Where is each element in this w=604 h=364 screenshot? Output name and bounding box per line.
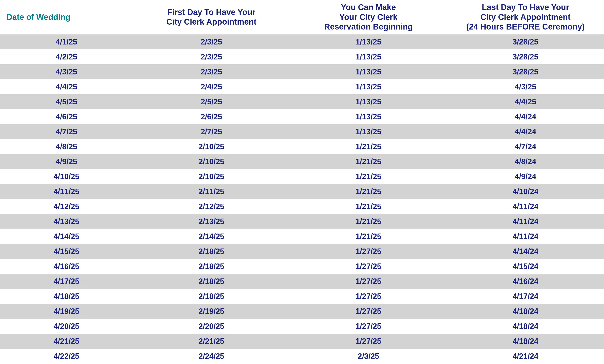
cell-row19-col0: 4/20/25 — [0, 319, 133, 334]
cell-row4-col3: 4/4/25 — [447, 94, 604, 109]
cell-row20-col0: 4/21/25 — [0, 334, 133, 349]
table-row: 4/16/252/18/251/27/254/15/24 — [0, 259, 604, 274]
cell-row4-col1: 2/5/25 — [133, 94, 290, 109]
cell-row15-col0: 4/16/25 — [0, 259, 133, 274]
header-wedding-date: Date of Wedding — [0, 0, 133, 35]
cell-row19-col3: 4/18/24 — [447, 319, 604, 334]
cell-row17-col3: 4/17/24 — [447, 289, 604, 304]
cell-row1-col3: 3/28/25 — [447, 49, 604, 64]
cell-row19-col2: 1/27/25 — [290, 319, 447, 334]
cell-row19-col1: 2/20/25 — [133, 319, 290, 334]
table-row: 4/4/252/4/251/13/254/3/25 — [0, 79, 604, 94]
cell-row13-col0: 4/14/25 — [0, 229, 133, 244]
cell-row21-col2: 2/3/25 — [290, 349, 447, 364]
cell-row15-col2: 1/27/25 — [290, 259, 447, 274]
cell-row4-col2: 1/13/25 — [290, 94, 447, 109]
cell-row20-col3: 4/18/24 — [447, 334, 604, 349]
cell-row13-col1: 2/14/25 — [133, 229, 290, 244]
cell-row8-col0: 4/9/25 — [0, 154, 133, 169]
table-row: 4/14/252/14/251/21/254/11/24 — [0, 229, 604, 244]
cell-row0-col1: 2/3/25 — [133, 35, 290, 49]
table-row: 4/20/252/20/251/27/254/18/24 — [0, 319, 604, 334]
cell-row13-col2: 1/21/25 — [290, 229, 447, 244]
table-body: 4/1/252/3/251/13/253/28/254/2/252/3/251/… — [0, 35, 604, 364]
cell-row10-col2: 1/21/25 — [290, 184, 447, 199]
cell-row16-col2: 1/27/25 — [290, 274, 447, 289]
header-last-day: Last Day To Have Your City Clerk Appoint… — [447, 0, 604, 35]
cell-row14-col0: 4/15/25 — [0, 244, 133, 259]
cell-row21-col1: 2/24/25 — [133, 349, 290, 364]
cell-row16-col3: 4/16/24 — [447, 274, 604, 289]
cell-row13-col3: 4/11/24 — [447, 229, 604, 244]
table-row: 4/10/252/10/251/21/254/9/24 — [0, 169, 604, 184]
cell-row11-col3: 4/11/24 — [447, 199, 604, 214]
cell-row8-col3: 4/8/24 — [447, 154, 604, 169]
cell-row4-col0: 4/5/25 — [0, 94, 133, 109]
cell-row10-col3: 4/10/24 — [447, 184, 604, 199]
cell-row7-col3: 4/7/24 — [447, 139, 604, 154]
header-first-day: First Day To Have Your City Clerk Appoin… — [133, 0, 290, 35]
cell-row12-col0: 4/13/25 — [0, 214, 133, 229]
cell-row18-col2: 1/27/25 — [290, 304, 447, 319]
header-reservation: You Can Make Your City Clerk Reservation… — [290, 0, 447, 35]
table-row: 4/7/252/7/251/13/254/4/24 — [0, 124, 604, 139]
cell-row9-col0: 4/10/25 — [0, 169, 133, 184]
cell-row12-col1: 2/13/25 — [133, 214, 290, 229]
cell-row17-col0: 4/18/25 — [0, 289, 133, 304]
cell-row0-col2: 1/13/25 — [290, 35, 447, 49]
cell-row10-col0: 4/11/25 — [0, 184, 133, 199]
cell-row3-col0: 4/4/25 — [0, 79, 133, 94]
table-row: 4/15/252/18/251/27/254/14/24 — [0, 244, 604, 259]
cell-row12-col3: 4/11/24 — [447, 214, 604, 229]
cell-row12-col2: 1/21/25 — [290, 214, 447, 229]
cell-row6-col3: 4/4/24 — [447, 124, 604, 139]
cell-row16-col1: 2/18/25 — [133, 274, 290, 289]
cell-row0-col3: 3/28/25 — [447, 35, 604, 49]
cell-row2-col0: 4/3/25 — [0, 64, 133, 79]
cell-row9-col2: 1/21/25 — [290, 169, 447, 184]
cell-row6-col0: 4/7/25 — [0, 124, 133, 139]
table-row: 4/21/252/21/251/27/254/18/24 — [0, 334, 604, 349]
cell-row5-col2: 1/13/25 — [290, 109, 447, 124]
table-row: 4/8/252/10/251/21/254/7/24 — [0, 139, 604, 154]
cell-row2-col2: 1/13/25 — [290, 64, 447, 79]
cell-row5-col3: 4/4/24 — [447, 109, 604, 124]
table-row: 4/2/252/3/251/13/253/28/25 — [0, 49, 604, 64]
cell-row16-col0: 4/17/25 — [0, 274, 133, 289]
cell-row20-col2: 1/27/25 — [290, 334, 447, 349]
cell-row17-col2: 1/27/25 — [290, 289, 447, 304]
table-row: 4/3/252/3/251/13/253/28/25 — [0, 64, 604, 79]
schedule-table-wrapper: Date of Wedding First Day To Have Your C… — [0, 0, 604, 364]
cell-row14-col2: 1/27/25 — [290, 244, 447, 259]
cell-row11-col0: 4/12/25 — [0, 199, 133, 214]
table-row: 4/19/252/19/251/27/254/18/24 — [0, 304, 604, 319]
cell-row2-col3: 3/28/25 — [447, 64, 604, 79]
table-row: 4/12/252/12/251/21/254/11/24 — [0, 199, 604, 214]
cell-row17-col1: 2/18/25 — [133, 289, 290, 304]
cell-row8-col1: 2/10/25 — [133, 154, 290, 169]
table-row: 4/11/252/11/251/21/254/10/24 — [0, 184, 604, 199]
cell-row20-col1: 2/21/25 — [133, 334, 290, 349]
cell-row21-col3: 4/21/24 — [447, 349, 604, 364]
cell-row18-col0: 4/19/25 — [0, 304, 133, 319]
cell-row1-col2: 1/13/25 — [290, 49, 447, 64]
cell-row9-col3: 4/9/24 — [447, 169, 604, 184]
cell-row5-col0: 4/6/25 — [0, 109, 133, 124]
cell-row15-col3: 4/15/24 — [447, 259, 604, 274]
cell-row2-col1: 2/3/25 — [133, 64, 290, 79]
cell-row14-col3: 4/14/24 — [447, 244, 604, 259]
cell-row7-col0: 4/8/25 — [0, 139, 133, 154]
table-row: 4/5/252/5/251/13/254/4/25 — [0, 94, 604, 109]
cell-row3-col1: 2/4/25 — [133, 79, 290, 94]
table-row: 4/1/252/3/251/13/253/28/25 — [0, 35, 604, 49]
cell-row3-col2: 1/13/25 — [290, 79, 447, 94]
cell-row1-col1: 2/3/25 — [133, 49, 290, 64]
table-row: 4/6/252/6/251/13/254/4/24 — [0, 109, 604, 124]
header-row: Date of Wedding First Day To Have Your C… — [0, 0, 604, 35]
cell-row11-col2: 1/21/25 — [290, 199, 447, 214]
cell-row6-col2: 1/13/25 — [290, 124, 447, 139]
schedule-table: Date of Wedding First Day To Have Your C… — [0, 0, 604, 364]
table-row: 4/22/252/24/252/3/254/21/24 — [0, 349, 604, 364]
table-row: 4/18/252/18/251/27/254/17/24 — [0, 289, 604, 304]
cell-row9-col1: 2/10/25 — [133, 169, 290, 184]
